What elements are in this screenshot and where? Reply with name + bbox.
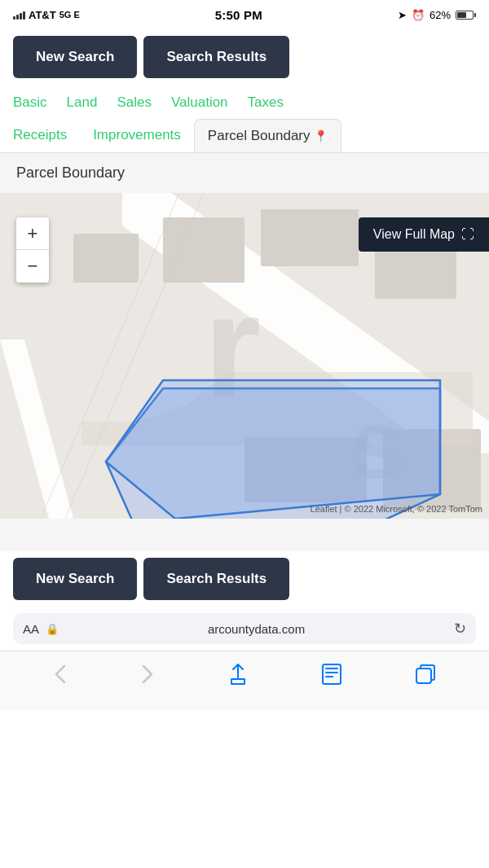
new-search-button-top[interactable]: New Search [13,36,137,78]
tab-valuation[interactable]: Valuation [171,94,228,119]
tab-row-1: Basic Land Sales Valuation Taxes [0,85,489,119]
battery-percent: 62% [430,9,451,21]
safari-toolbar [0,651,489,710]
time-display: 5:50 PM [215,8,262,22]
zoom-in-button[interactable]: + [16,217,49,250]
tab-taxes[interactable]: Taxes [248,94,284,119]
tab-sales[interactable]: Sales [117,94,152,119]
map-container[interactable]: r s + − View Full Map ⛶ Leaflet | © 2022… [0,193,489,519]
map-attribution: Leaflet | © 2022 Microsoft, © 2022 TomTo… [311,504,482,514]
signal-icon [13,10,25,20]
bottom-navigation: New Search Search Results [0,551,489,607]
carrier-name: AT&T [29,9,56,21]
zoom-out-button[interactable]: − [16,250,49,283]
system-status: ➤ ⏰ 62% [398,9,476,21]
svg-rect-17 [323,664,341,684]
tab-improvements[interactable]: Improvements [80,119,194,152]
new-search-button-bottom[interactable]: New Search [13,558,137,600]
tab-parcel-boundary[interactable]: Parcel Boundary 📍 [194,119,341,152]
search-results-button-bottom[interactable]: Search Results [143,558,289,600]
browser-address-bar: AA 🔒 arcountydata.com ↻ [0,607,489,651]
location-icon: ➤ [398,9,407,21]
tab-land[interactable]: Land [67,94,98,119]
battery-icon [456,11,476,20]
forward-button[interactable] [130,660,165,694]
location-pin-icon: 📍 [314,129,328,142]
bookmarks-button[interactable] [311,660,352,694]
section-title: Parcel Boundary [0,153,489,193]
network-type: 5G E [59,10,80,20]
bottom-spacer [0,519,489,551]
alarm-icon: ⏰ [412,9,425,21]
svg-rect-4 [73,234,139,283]
main-content: Parcel Boundary [0,153,489,551]
url-bar[interactable]: AA 🔒 arcountydata.com ↻ [13,613,476,644]
expand-icon: ⛶ [461,227,474,242]
back-button[interactable] [43,660,77,694]
lock-icon: 🔒 [46,623,59,635]
url-display: arcountydata.com [65,622,447,636]
top-navigation: New Search Search Results [0,29,489,85]
svg-rect-6 [261,209,359,266]
svg-rect-18 [416,669,431,683]
svg-marker-14 [106,380,440,519]
search-results-button-top[interactable]: Search Results [143,36,289,78]
zoom-controls: + − [16,217,49,283]
view-full-map-button[interactable]: View Full Map ⛶ [359,217,489,252]
aa-button[interactable]: AA [23,622,39,636]
status-bar: AT&T 5G E 5:50 PM ➤ ⏰ 62% [0,0,489,29]
share-button[interactable] [218,660,258,694]
tab-receipts[interactable]: Receipts [0,119,80,152]
tab-row-2: Receipts Improvements Parcel Boundary 📍 [0,119,489,153]
reload-button[interactable]: ↻ [454,620,466,638]
tab-basic[interactable]: Basic [13,94,47,119]
carrier-info: AT&T 5G E [13,9,80,21]
tabs-button[interactable] [405,660,446,693]
